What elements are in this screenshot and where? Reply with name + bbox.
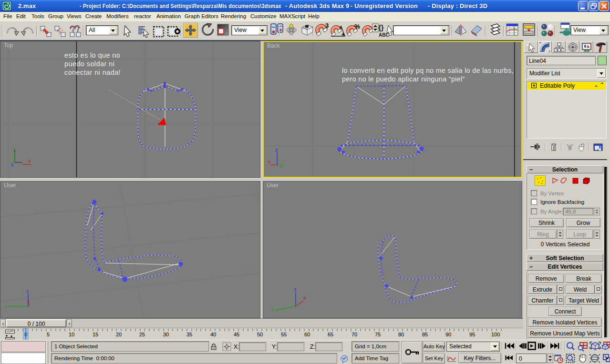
svg-text:z: z	[275, 147, 278, 152]
svg-text:x: x	[27, 299, 30, 304]
svg-text:x: x	[268, 159, 271, 164]
svg-text:z: z	[26, 288, 29, 294]
svg-text:ABC: ABC	[379, 32, 389, 38]
svg-text:z: z	[11, 162, 14, 167]
svg-text:x: x	[303, 295, 306, 301]
svg-text:{}: {}	[378, 23, 384, 31]
svg-text:y: y	[280, 162, 283, 167]
svg-text:z: z	[294, 286, 297, 292]
svg-text:y: y	[13, 146, 16, 152]
svg-text:%: %	[354, 23, 360, 30]
svg-text:x: x	[28, 158, 31, 163]
svg-text:y: y	[4, 303, 7, 309]
svg-text:3: 3	[325, 23, 329, 29]
svg-text:y: y	[271, 306, 274, 312]
